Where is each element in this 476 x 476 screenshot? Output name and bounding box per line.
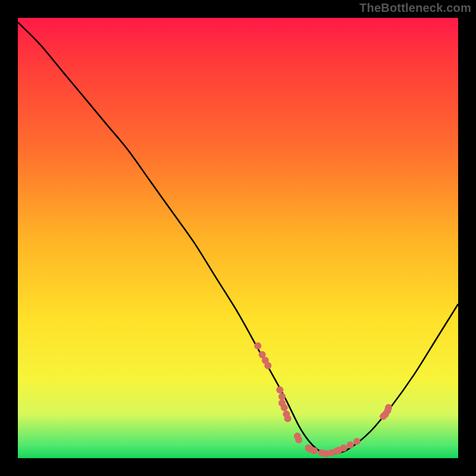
plot-gradient-background — [18, 18, 458, 458]
watermark-text: TheBottleneck.com — [359, 1, 471, 15]
chart-container: TheBottleneck.com — [0, 0, 476, 476]
